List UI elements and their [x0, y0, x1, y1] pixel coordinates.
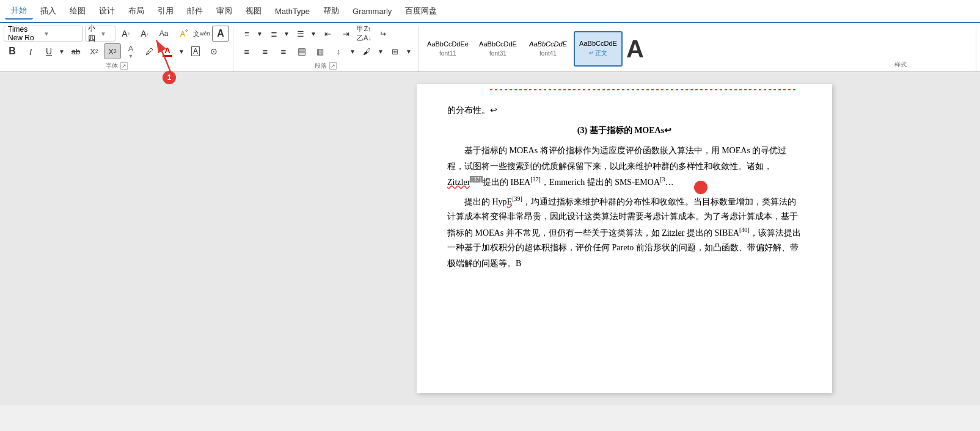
bullets-dropdown-btn[interactable]: ▼: [255, 26, 264, 42]
subscript-btn[interactable]: X2: [86, 43, 103, 59]
justify-btn[interactable]: ▤: [293, 43, 310, 59]
numbering-btn[interactable]: ≣: [265, 26, 282, 42]
borders-dropdown-btn[interactable]: ▼: [404, 43, 413, 59]
borders-btn[interactable]: ⊞: [386, 43, 403, 59]
increase-indent-btn[interactable]: ⇥: [337, 26, 354, 42]
text-color-btn[interactable]: A: [159, 43, 176, 59]
change-case-btn[interactable]: Aa: [155, 26, 172, 42]
main-layout: 的分布性。↩ (3) 基于指标的 MOEAs↩ 基于指标的 MOEAs 将评价指…: [0, 72, 980, 405]
style-zhengwen[interactable]: AaBbCcDdE ↵ 正文: [574, 31, 623, 67]
clear-format-btn[interactable]: A ✧: [174, 26, 191, 42]
shading-dropdown-btn[interactable]: ▼: [376, 43, 385, 59]
ribbon: Times New Ro ▼ 小四 ▼ A↑ A↓ Aa A ✧ 文wèn A: [0, 23, 980, 72]
menu-item-review[interactable]: 审阅: [210, 3, 238, 19]
text-color-dropdown-btn[interactable]: ▼: [177, 43, 186, 59]
menu-item-help[interactable]: 帮助: [317, 3, 345, 19]
line-spacing-btn[interactable]: ↕: [330, 43, 347, 59]
menu-item-view[interactable]: 视图: [240, 3, 268, 19]
style-font41[interactable]: AaBbCcDdE font41: [524, 31, 572, 67]
doc-para-0: 的分布性。↩: [447, 103, 802, 118]
font-name-selector[interactable]: Times New Ro ▼: [4, 26, 83, 42]
document-page[interactable]: 的分布性。↩ (3) 基于指标的 MOEAs↩ 基于指标的 MOEAs 将评价指…: [417, 84, 832, 393]
superscript-btn[interactable]: X2: [104, 43, 121, 59]
multilevel-btn[interactable]: ☰: [292, 26, 309, 42]
font-section-label: 字体: [106, 62, 118, 70]
chinese-sort-btn[interactable]: 甲Z↑乙A↓: [356, 26, 373, 42]
shading-btn[interactable]: 🖌: [358, 43, 375, 59]
menu-item-layout[interactable]: 布局: [122, 3, 150, 19]
bold-btn[interactable]: B: [4, 43, 21, 59]
bullets-btn[interactable]: ≡: [238, 26, 255, 42]
doc-para-1: 基于指标的 MOEAs 将评价指标作为适应度评价函数嵌入算法中，用 MOEAs …: [447, 143, 802, 189]
show-hide-btn[interactable]: ↵: [374, 26, 391, 42]
document-area: 的分布性。↩ (3) 基于指标的 MOEAs↩ 基于指标的 MOEAs 将评价指…: [269, 72, 980, 405]
multilevel-dropdown-btn[interactable]: ▼: [309, 26, 318, 42]
menu-item-mail[interactable]: 邮件: [181, 3, 209, 19]
menu-item-draw[interactable]: 绘图: [64, 3, 92, 19]
numbering-dropdown-btn[interactable]: ▼: [282, 26, 291, 42]
doc-para-2: 提出的 HypE[39]，均通过指标来维护种群的分布性和收敛性。当目标数量增加，…: [447, 194, 802, 271]
menu-item-ref[interactable]: 引用: [152, 3, 180, 19]
menu-item-baidu[interactable]: 百度网盘: [399, 3, 443, 19]
styles-section-label: 样式: [894, 60, 907, 69]
strikethrough-btn[interactable]: ab: [67, 43, 84, 59]
line-spacing-dropdown-btn[interactable]: ▼: [348, 43, 357, 59]
increase-font-btn[interactable]: A↑: [117, 26, 134, 42]
badge-2: 2: [694, 181, 708, 194]
char-border-btn[interactable]: A: [187, 43, 204, 59]
para-section-expand[interactable]: ↗: [329, 62, 337, 70]
menu-item-grammarly[interactable]: Grammarly: [346, 4, 398, 18]
highlight-btn[interactable]: 🖊: [141, 43, 158, 59]
columns-btn[interactable]: ▥: [312, 43, 329, 59]
menu-bar: 开始 插入 绘图 设计 布局 引用 邮件 审阅 视图 MathType 帮助 G…: [0, 0, 980, 23]
font-color-style-btn[interactable]: A ▼: [122, 43, 139, 59]
decrease-font-btn[interactable]: A↓: [136, 26, 153, 42]
decrease-indent-btn[interactable]: ⇤: [319, 26, 336, 42]
spell-indicator: [490, 89, 795, 90]
doc-heading: (3) 基于指标的 MOEAs↩: [447, 123, 802, 138]
circle-char-btn[interactable]: ⊙: [205, 43, 222, 59]
phonetic-btn[interactable]: 文wèn: [193, 26, 210, 42]
menu-item-mathtype[interactable]: MathType: [269, 4, 316, 18]
align-left-btn[interactable]: ≡: [238, 43, 255, 59]
menu-item-design[interactable]: 设计: [93, 3, 121, 19]
underline-btn[interactable]: U: [40, 43, 57, 59]
menu-item-insert[interactable]: 插入: [34, 3, 62, 19]
style-font11[interactable]: AaBbCcDdEe font11: [423, 31, 472, 67]
align-center-btn[interactable]: ≡: [257, 43, 274, 59]
font-section-expand[interactable]: ↗: [120, 62, 128, 70]
font-size-selector[interactable]: 小四 ▼: [85, 26, 115, 42]
para-section-label: 段落: [315, 62, 327, 70]
style-font31[interactable]: AaBbCcDdE font31: [474, 31, 522, 67]
align-right-btn[interactable]: ≡: [275, 43, 292, 59]
enclosed-btn[interactable]: A: [212, 26, 229, 42]
underline-dropdown-btn[interactable]: ▼: [57, 43, 66, 59]
styles-big-a: A: [624, 37, 646, 61]
sidebar: [0, 72, 269, 405]
italic-btn[interactable]: I: [22, 43, 39, 59]
menu-item-start[interactable]: 开始: [5, 2, 33, 20]
